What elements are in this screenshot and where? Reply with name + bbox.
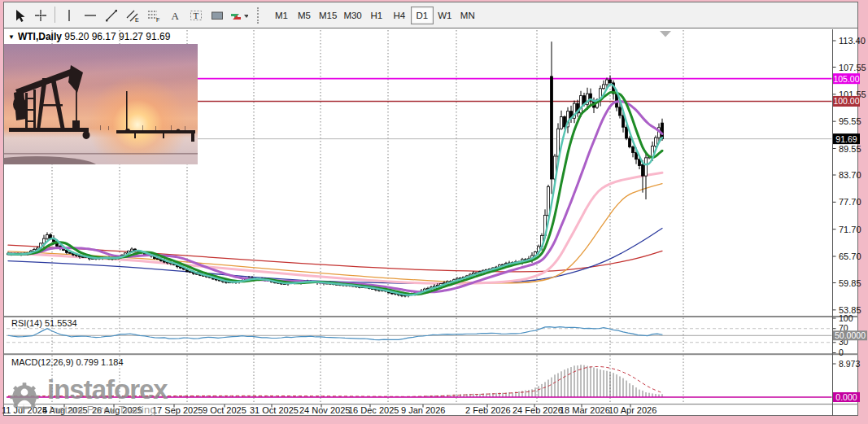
- trend-line-tool-button[interactable]: [101, 6, 122, 25]
- macd-indicator-label: MACD(12,26,9) 0.799 1.184: [11, 357, 124, 367]
- svg-text:T: T: [194, 11, 199, 20]
- equidistant-channel-tool-button[interactable]: E: [122, 6, 143, 25]
- toolbar-drag-handle[interactable]: [257, 7, 264, 24]
- rsi-indicator-label: RSI(14) 51.5534: [11, 318, 77, 328]
- instaforex-watermark: instaforex Instant Forex Trading: [7, 378, 168, 416]
- timeframe-button-H1[interactable]: H1: [365, 7, 388, 24]
- vertical-line-tool-button[interactable]: [59, 6, 80, 25]
- timeframe-button-D1[interactable]: D1: [411, 7, 434, 24]
- oil-pumpjack-photo: [4, 44, 198, 164]
- svg-text:A: A: [172, 10, 180, 22]
- text-label-tool-button[interactable]: T: [185, 6, 207, 25]
- timeframe-button-M1[interactable]: M1: [270, 7, 293, 24]
- timeframe-button-M5[interactable]: M5: [293, 7, 316, 24]
- text-icon: A: [168, 8, 182, 23]
- text-label-icon: T: [189, 8, 203, 23]
- crosshair-tool-button[interactable]: [30, 6, 51, 25]
- trend-line-icon: [104, 8, 119, 23]
- toolbar-separator: [51, 7, 59, 24]
- watermark-brand: instaforex: [47, 378, 168, 401]
- text-tool-button[interactable]: A: [164, 6, 185, 25]
- timeframe-button-M15[interactable]: M15: [316, 7, 340, 24]
- horizontal-line-icon: [83, 8, 98, 23]
- rectangle-icon: [210, 8, 225, 23]
- cursor-tool-button[interactable]: [9, 6, 30, 25]
- svg-text:F: F: [156, 17, 159, 23]
- vertical-line-icon: [62, 8, 76, 23]
- crosshair-icon: [33, 8, 48, 23]
- cursor-icon: [12, 8, 27, 23]
- timeframe-button-MN[interactable]: MN: [456, 7, 479, 24]
- fibonacci-retracement-icon: F: [146, 8, 161, 23]
- instaforex-gear-icon: [7, 378, 42, 416]
- horizontal-line-tool-button[interactable]: [80, 6, 101, 25]
- svg-text:E: E: [135, 17, 139, 23]
- timeframe-button-H4[interactable]: H4: [388, 7, 411, 24]
- fibonacci-retracement-tool-button[interactable]: F: [143, 6, 164, 25]
- ohlc-readout: 95.20 96.17 91.27 91.69: [64, 31, 170, 42]
- symbol-dropdown-icon[interactable]: ▼: [8, 33, 15, 41]
- symbol-period-label: WTI,Daily: [18, 31, 62, 42]
- rectangle-tool-button[interactable]: [207, 6, 228, 25]
- watermark-tagline: Instant Forex Trading: [47, 404, 168, 416]
- equidistant-channel-icon: E: [125, 8, 140, 23]
- toolbar: EFATM1M5M15M30H1H4D1W1MN: [4, 2, 857, 28]
- chart-title-bar[interactable]: ▼WTI,Daily 95.20 96.17 91.27 91.69: [8, 31, 170, 42]
- pumpjack-silhouette: [4, 44, 198, 164]
- arrows-icon: [229, 8, 248, 23]
- timeframe-button-W1[interactable]: W1: [434, 7, 456, 24]
- arrows-tool-button[interactable]: [228, 6, 249, 25]
- timeframe-button-M30[interactable]: M30: [340, 7, 364, 24]
